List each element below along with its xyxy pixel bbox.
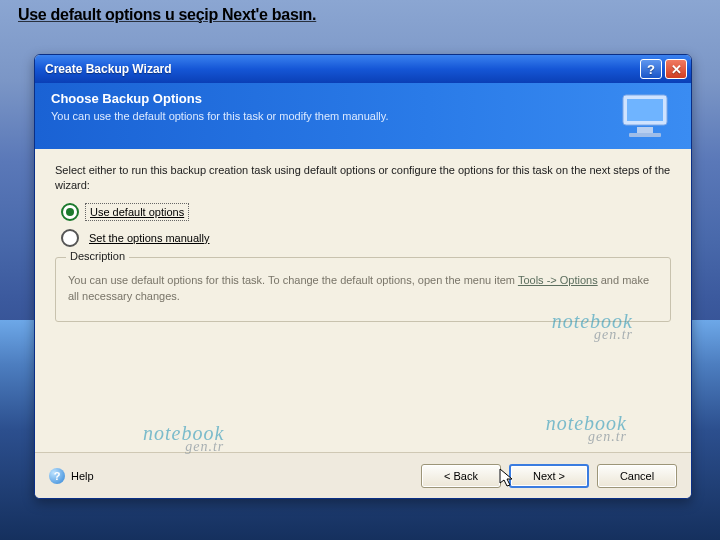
- header-title: Choose Backup Options: [51, 91, 389, 106]
- close-icon: ✕: [671, 63, 682, 76]
- instruction-text: Select either to run this backup creatio…: [55, 163, 671, 193]
- titlebar[interactable]: Create Backup Wizard ? ✕: [35, 55, 691, 83]
- description-fieldset: Description You can use default options …: [55, 257, 671, 322]
- help-icon: ?: [647, 63, 655, 76]
- radio-indicator-unselected: [61, 229, 79, 247]
- radio-label: Use default options: [85, 203, 189, 221]
- description-text: You can use default options for this tas…: [68, 272, 658, 305]
- wizard-header: Choose Backup Options You can use the de…: [35, 83, 691, 149]
- svg-rect-2: [637, 127, 653, 133]
- monitor-icon: [617, 91, 677, 141]
- radio-indicator-selected: [61, 203, 79, 221]
- radio-label: Set the options manually: [85, 230, 213, 246]
- svg-rect-1: [627, 99, 663, 121]
- radio-use-default-options[interactable]: Use default options: [61, 203, 671, 221]
- radio-set-options-manually[interactable]: Set the options manually: [61, 229, 671, 247]
- watermark: notebookgen.tr: [143, 423, 224, 454]
- help-label: Help: [71, 470, 94, 482]
- titlebar-close-button[interactable]: ✕: [665, 59, 687, 79]
- help-link[interactable]: ? Help: [49, 468, 94, 484]
- help-icon: ?: [49, 468, 65, 484]
- wizard-panel: Select either to run this backup creatio…: [35, 149, 691, 452]
- watermark: notebookgen.tr: [546, 413, 627, 444]
- header-subtitle: You can use the default options for this…: [51, 110, 389, 122]
- titlebar-help-button[interactable]: ?: [640, 59, 662, 79]
- tools-options-link[interactable]: Tools -> Options: [518, 274, 598, 286]
- slide-caption: Use default options u seçip Next'e basın…: [18, 6, 316, 24]
- wizard-window: Create Backup Wizard ? ✕ Choose Backup O…: [34, 54, 692, 499]
- back-button[interactable]: < Back: [421, 464, 501, 488]
- description-legend: Description: [66, 250, 129, 262]
- svg-rect-3: [629, 133, 661, 137]
- wizard-footer: ? Help < Back Next > Cancel: [35, 452, 691, 498]
- next-button[interactable]: Next >: [509, 464, 589, 488]
- window-title: Create Backup Wizard: [45, 62, 637, 76]
- cancel-button[interactable]: Cancel: [597, 464, 677, 488]
